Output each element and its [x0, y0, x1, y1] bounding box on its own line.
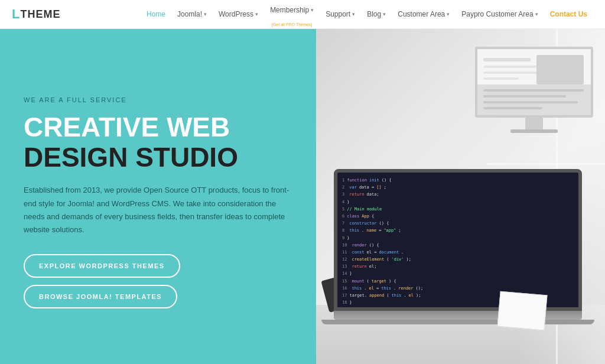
svg-rect-8	[483, 89, 584, 92]
laptop-bottom	[321, 320, 594, 324]
membership-badge: (Get all PRO Themes)	[272, 22, 313, 27]
logo[interactable]: L THEME	[12, 6, 60, 22]
svg-rect-9	[483, 95, 566, 98]
svg-rect-10	[483, 101, 578, 103]
svg-rect-4	[483, 72, 542, 74]
navigation: Home Joomla! ▾ WordPress ▾ Membership ▾ …	[141, 0, 593, 29]
main-content: WE ARE A FULL SERVICE CREATIVE WEB DESIG…	[0, 29, 605, 364]
chevron-down-icon: ▾	[255, 11, 258, 17]
nav-item-paypro[interactable]: Paypro Customer Area ▾	[456, 0, 544, 29]
chevron-down-icon: ▾	[352, 11, 355, 17]
notepad	[497, 291, 548, 331]
monitor-screen	[475, 47, 593, 118]
hero-headline: CREATIVE WEB DESIGN STUDIO	[24, 112, 292, 172]
svg-rect-11	[483, 107, 542, 109]
monitor	[475, 47, 593, 135]
headline-line1: CREATIVE WEB	[24, 112, 292, 142]
chevron-down-icon: ▾	[311, 7, 314, 13]
nav-item-customer-area[interactable]: Customer Area ▾	[392, 0, 456, 29]
monitor-display	[477, 49, 591, 115]
browse-joomla-button[interactable]: BROWSE JOOMLA! TEMPLATES	[24, 285, 177, 308]
nav-item-wordpress[interactable]: WordPress ▾	[213, 0, 264, 29]
laptop-screen: 1function init() { 2 var data = []; 3 re…	[334, 169, 582, 311]
chevron-down-icon: ▾	[383, 11, 386, 17]
chevron-down-icon: ▾	[204, 11, 207, 17]
logo-name: THEME	[20, 8, 60, 21]
monitor-stand	[525, 118, 543, 129]
code-display: 1function init() { 2 var data = []; 3 re…	[337, 173, 578, 311]
nav-item-joomla[interactable]: Joomla! ▾	[171, 0, 213, 29]
nav-item-support[interactable]: Support ▾	[320, 0, 361, 29]
chevron-down-icon: ▾	[535, 11, 538, 17]
nav-item-contact[interactable]: Contact Us	[544, 0, 593, 29]
headline-line2: DESIGN STUDIO	[24, 142, 292, 173]
window-frame-horizontal	[487, 163, 605, 165]
hero-subtitle: WE ARE A FULL SERVICE	[24, 96, 292, 103]
svg-rect-6	[536, 55, 584, 84]
nav-item-membership[interactable]: Membership ▾ (Get all PRO Themes)	[264, 0, 320, 29]
hero-panel: WE ARE A FULL SERVICE CREATIVE WEB DESIG…	[0, 29, 316, 364]
hero-image-panel: 🌿 1function init() { 2 var data = []; 3 …	[316, 29, 605, 364]
chevron-down-icon: ▾	[447, 11, 450, 17]
header: L THEME Home Joomla! ▾ WordPress ▾ Membe…	[0, 0, 605, 29]
nav-item-home[interactable]: Home	[141, 0, 171, 29]
svg-rect-7	[477, 84, 591, 115]
desk-scene: 🌿 1function init() { 2 var data = []; 3 …	[316, 29, 605, 364]
svg-rect-2	[483, 58, 531, 61]
hero-buttons: EXPLORE WORDPRESS THEMES BROWSE JOOMLA! …	[24, 254, 292, 308]
hero-description: Established from 2013, we provide Open S…	[24, 184, 292, 236]
logo-letter: L	[12, 6, 20, 22]
explore-wordpress-button[interactable]: EXPLORE WORDPRESS THEMES	[24, 254, 180, 278]
monitor-base	[510, 129, 558, 133]
nav-item-blog[interactable]: Blog ▾	[361, 0, 392, 29]
svg-rect-5	[483, 77, 519, 80]
